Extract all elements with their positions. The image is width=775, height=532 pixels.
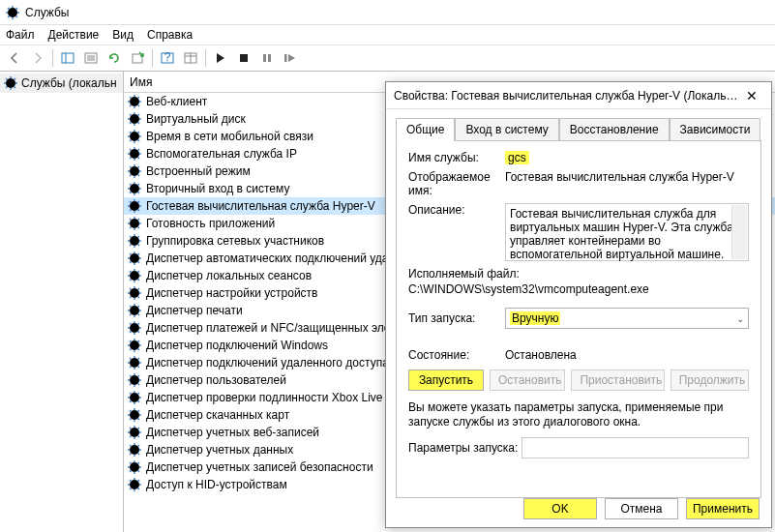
chevron-down-icon: ⌄	[736, 313, 744, 324]
toolbar-show-hide[interactable]	[57, 47, 78, 69]
tree-root-services[interactable]: Службы (локальн	[0, 74, 123, 93]
tab-recovery[interactable]: Восстановление	[559, 118, 670, 141]
description-box[interactable]: Гостевая вычислительная служба для вирту…	[505, 203, 749, 261]
toolbar-forward[interactable]	[27, 47, 48, 69]
params-input[interactable]	[522, 437, 749, 458]
stop-button: Остановить	[490, 369, 565, 391]
toolbar-refresh[interactable]	[104, 47, 125, 69]
service-name: Диспетчер учетных записей безопасности	[146, 460, 373, 474]
service-name: Группировка сетевых участников	[146, 234, 324, 248]
value-service-name: gcs	[505, 151, 529, 164]
help-icon: ?	[161, 51, 174, 65]
toolbar-back[interactable]	[4, 47, 25, 69]
menubar: Файл Действие Вид Справка	[0, 25, 775, 44]
service-name: Гостевая вычислительная служба Hyper-V	[146, 199, 375, 213]
service-name: Вспомогательная служба IP	[146, 147, 297, 161]
service-name: Готовность приложений	[146, 217, 275, 230]
gear-icon	[128, 147, 141, 161]
gear-icon	[128, 478, 141, 491]
gear-icon	[128, 391, 141, 404]
gear-icon	[128, 269, 141, 282]
toolbar-grid[interactable]	[180, 47, 201, 69]
close-icon[interactable]: ✕	[740, 88, 763, 103]
tab-logon[interactable]: Вход в систему	[455, 118, 558, 141]
gear-icon	[128, 356, 141, 369]
gear-icon	[128, 217, 141, 230]
service-name: Время в сети мобильной связи	[146, 130, 313, 143]
menu-help[interactable]: Справка	[147, 28, 193, 42]
svg-text:?: ?	[164, 51, 171, 64]
ok-button[interactable]: OK	[523, 498, 597, 519]
arrow-right-icon	[31, 51, 45, 65]
scrollbar[interactable]	[731, 205, 747, 259]
startup-type-value: Вручную	[510, 311, 560, 325]
list-icon	[84, 51, 98, 65]
refresh-icon	[107, 51, 121, 65]
gear-icon	[128, 199, 141, 213]
panel-icon	[61, 51, 75, 65]
svg-rect-23	[263, 54, 266, 62]
service-name: Диспетчер автоматических подключений уда	[146, 251, 389, 265]
dialog-titlebar[interactable]: Свойства: Гостевая вычислительная служба…	[386, 82, 771, 109]
gear-icon	[4, 76, 17, 90]
gear-icon	[128, 426, 141, 439]
service-name: Виртуальный диск	[146, 112, 246, 126]
toolbar-start[interactable]	[210, 47, 231, 69]
toolbar-export[interactable]	[127, 47, 148, 69]
menu-action[interactable]: Действие	[48, 28, 100, 42]
label-service-name: Имя службы:	[408, 151, 505, 164]
gear-icon	[128, 182, 141, 195]
restart-icon	[283, 52, 297, 64]
toolbar-pause[interactable]	[256, 47, 278, 69]
toolbar-stop[interactable]	[233, 47, 254, 69]
service-name: Веб-клиент	[146, 95, 207, 108]
dialog-title: Свойства: Гостевая вычислительная служба…	[394, 89, 740, 103]
gear-icon	[128, 460, 141, 474]
tab-general[interactable]: Общие	[396, 118, 455, 141]
value-exe: C:\WINDOWS\system32\vmcomputeagent.exe	[408, 282, 749, 296]
startup-type-combo[interactable]: Вручную ⌄	[505, 308, 749, 329]
gear-icon	[128, 321, 141, 335]
label-display-name: Отображаемое имя:	[408, 170, 505, 197]
svg-rect-25	[284, 54, 287, 62]
gear-icon	[128, 286, 141, 300]
gear-icon	[128, 95, 141, 108]
service-name: Диспетчер подключений удаленного доступа	[146, 356, 389, 369]
gear-icon	[128, 112, 141, 126]
export-icon	[131, 51, 144, 65]
app-icon	[6, 5, 19, 20]
gear-icon	[128, 164, 141, 178]
resume-button: Продолжить	[671, 369, 749, 391]
service-name: Доступ к HID-устройствам	[146, 478, 287, 491]
properties-dialog: Свойства: Гостевая вычислительная служба…	[385, 81, 772, 528]
tab-dependencies[interactable]: Зависимости	[670, 118, 761, 141]
label-description: Описание:	[408, 203, 505, 261]
gear-icon	[128, 373, 141, 387]
apply-button[interactable]: Применить	[686, 498, 760, 519]
toolbar-properties[interactable]	[80, 47, 102, 69]
gear-icon	[128, 234, 141, 248]
dialog-tabs: Общие Вход в систему Восстановление Зави…	[386, 109, 771, 140]
pause-button: Приостановить	[571, 369, 664, 391]
service-name: Встроенный режим	[146, 164, 251, 178]
service-name: Диспетчер пользователей	[146, 373, 286, 387]
value-display-name: Гостевая вычислительная служба Hyper-V	[505, 170, 749, 197]
hint-text: Вы можете указать параметры запуска, при…	[408, 400, 749, 429]
window-titlebar: Службы	[0, 0, 775, 25]
label-startup: Тип запуска:	[408, 311, 505, 325]
service-name: Диспетчер локальных сеансов	[146, 269, 312, 282]
svg-rect-22	[240, 54, 248, 62]
start-button[interactable]: Запустить	[408, 369, 484, 391]
tab-general-body: Имя службы: gcs Отображаемое имя: Гостев…	[396, 140, 761, 498]
label-state: Состояние:	[408, 348, 505, 362]
service-name: Диспетчер учетных данных	[146, 443, 293, 457]
toolbar-restart[interactable]	[280, 47, 301, 69]
service-name: Диспетчер учетных веб-записей	[146, 426, 319, 439]
menu-file[interactable]: Файл	[6, 28, 35, 42]
cancel-button[interactable]: Отмена	[605, 498, 678, 519]
service-name: Диспетчер печати	[146, 304, 243, 317]
gear-icon	[128, 304, 141, 317]
gear-icon	[128, 251, 141, 265]
menu-view[interactable]: Вид	[112, 28, 134, 42]
toolbar-help[interactable]: ?	[157, 47, 178, 69]
